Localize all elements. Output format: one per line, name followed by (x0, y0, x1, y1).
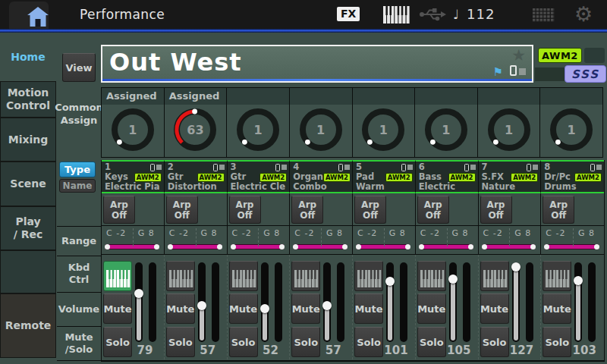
arp-button[interactable]: Arp Off (103, 196, 135, 224)
range-high-note: G 8 (200, 228, 217, 238)
kbd-ctrl-button[interactable] (166, 261, 195, 291)
fader-handle[interactable] (260, 304, 269, 313)
assign-knob-cell[interactable]: Assigned 63 (165, 88, 228, 157)
knob-value: 1 (548, 106, 595, 153)
tempo-value[interactable]: 112 (467, 0, 495, 29)
fader-handle[interactable] (134, 289, 143, 298)
kbd-ctrl-button[interactable] (480, 261, 509, 291)
assign-knob[interactable]: 1 (486, 106, 533, 153)
note-range-cell[interactable]: C -2 G 8 (102, 226, 165, 255)
arp-button[interactable]: Arp Off (291, 196, 323, 224)
volume-fader[interactable] (386, 262, 394, 342)
mute-button[interactable]: Mute (229, 293, 258, 324)
mute-button[interactable]: Mute (480, 293, 509, 324)
mute-button[interactable]: Mute (166, 293, 195, 324)
performance-name-box[interactable]: Out West ★ ⚑ (101, 45, 533, 83)
assign-knob-label: Assigned (165, 88, 227, 105)
assign-knob[interactable]: 1 (234, 106, 281, 153)
assign-knob-label (478, 88, 540, 105)
kbd-ctrl-button[interactable] (103, 261, 132, 291)
volume-fader[interactable] (198, 262, 206, 342)
favorite-star-icon[interactable]: ★ (511, 46, 526, 64)
mute-button[interactable]: Mute (103, 293, 132, 324)
type-button[interactable]: Type (59, 162, 96, 177)
note-range-cell[interactable]: C -2 G 8 (479, 226, 542, 255)
arp-button[interactable]: Arp Off (166, 196, 198, 224)
utility-gear-icon[interactable]: ⚙ (574, 2, 593, 27)
assign-knob-cell[interactable]: 1 (353, 88, 416, 157)
assign-knob-cell[interactable]: Assigned 1 (102, 88, 165, 157)
fx-indicator[interactable]: FX (337, 7, 360, 21)
fader-handle[interactable] (197, 301, 206, 310)
fader-handle[interactable] (511, 262, 521, 271)
arp-button[interactable]: Arp Off (480, 196, 512, 224)
part-header[interactable]: 6 Bass AWM2 Electric (416, 160, 479, 193)
volume-fader[interactable] (135, 262, 143, 342)
part-category: Keys (105, 172, 128, 182)
kbd-ctrl-button[interactable] (354, 261, 383, 291)
sidebar-item-mixing[interactable]: Mixing (0, 118, 56, 162)
volume-fader[interactable] (574, 262, 582, 342)
note-range-cell[interactable]: C -2 G 8 (353, 226, 416, 255)
mixer-strip: Mute Solo 52 (228, 255, 291, 359)
sidebar-item-home[interactable]: Home (0, 33, 56, 81)
assign-knob[interactable]: 1 (109, 106, 156, 153)
quick-setup-grid-icon[interactable] (533, 8, 555, 22)
note-range-cell[interactable]: C -2 G 8 (165, 226, 228, 255)
sidebar-item-remote[interactable]: Remote (0, 293, 56, 358)
note-range-cell[interactable]: C -2 G 8 (541, 226, 604, 255)
sidebar-item-play-rec[interactable]: Play / Rec (0, 206, 56, 250)
volume-fader[interactable] (512, 262, 520, 342)
engine-badge: AWM2 (574, 173, 602, 182)
assign-knob-cell[interactable]: 1 (290, 88, 353, 157)
fader-handle[interactable] (448, 275, 458, 284)
assign-knob-cell[interactable]: 1 (415, 88, 478, 157)
arp-button[interactable]: Arp Off (354, 196, 386, 224)
mute-button[interactable]: Mute (291, 293, 320, 324)
name-button[interactable]: Name (59, 179, 96, 193)
arp-button[interactable]: Arp Off (229, 196, 261, 224)
fader-handle[interactable] (322, 301, 332, 310)
kbd-ctrl-button[interactable] (291, 261, 320, 291)
assign-knob-cell[interactable]: 1 (540, 88, 602, 157)
fader-fill (388, 281, 392, 340)
part-header[interactable]: 7 S.FX AWM2 Nature (479, 160, 542, 193)
assign-knob-label (415, 88, 477, 105)
assign-knob[interactable]: 63 (171, 106, 219, 153)
part-header[interactable]: 2 Gtr AWM2 Distortion (165, 160, 228, 193)
volume-fader[interactable] (323, 262, 331, 342)
note-range-cell[interactable]: C -2 G 8 (416, 226, 479, 255)
sidebar-item-scene[interactable]: Scene (0, 162, 56, 206)
view-button[interactable]: View (62, 53, 96, 82)
assign-knob-cell[interactable]: 1 (227, 88, 290, 157)
fader-handle[interactable] (574, 276, 583, 285)
assign-knob[interactable]: 1 (360, 106, 407, 153)
home-button[interactable] (9, 2, 49, 29)
arp-button[interactable]: Arp Off (543, 196, 574, 224)
part-category: Gtr (231, 172, 247, 182)
arp-label-line2: Off (551, 210, 566, 221)
mute-button[interactable]: Mute (543, 293, 571, 324)
part-header[interactable]: 1 Keys AWM2 Electric Pia (102, 160, 165, 193)
assign-knob[interactable]: 1 (548, 106, 595, 153)
part-header[interactable]: 3 Gtr AWM2 Electric Cle (228, 160, 291, 193)
fader-handle[interactable] (385, 277, 395, 286)
note-range-cell[interactable]: C -2 G 8 (290, 226, 353, 255)
note-range-cell[interactable]: C -2 G 8 (228, 226, 291, 255)
part-header[interactable]: 5 Pad AWM2 Warm (353, 160, 416, 193)
mute-button[interactable]: Mute (417, 293, 446, 324)
kbd-ctrl-button[interactable] (543, 261, 571, 291)
kbd-ctrl-button[interactable] (229, 261, 258, 291)
mute-button[interactable]: Mute (354, 293, 383, 324)
assign-knob[interactable]: 1 (297, 106, 344, 153)
assign-knob-cell[interactable]: 1 (478, 88, 541, 157)
volume-fader[interactable] (261, 262, 269, 342)
part-header[interactable]: 8 Dr/Pc AWM2 Drums (541, 160, 604, 193)
volume-fader[interactable] (449, 262, 457, 342)
kbd-ctrl-button[interactable] (417, 261, 446, 291)
arp-button[interactable]: Arp Off (417, 196, 449, 224)
part-header[interactable]: 4 Organ AWM2 Combo (290, 160, 353, 193)
assign-knob[interactable]: 1 (423, 106, 470, 153)
keyboard-icon (169, 270, 193, 287)
sidebar-item-motion-control[interactable]: Motion Control (0, 81, 56, 118)
